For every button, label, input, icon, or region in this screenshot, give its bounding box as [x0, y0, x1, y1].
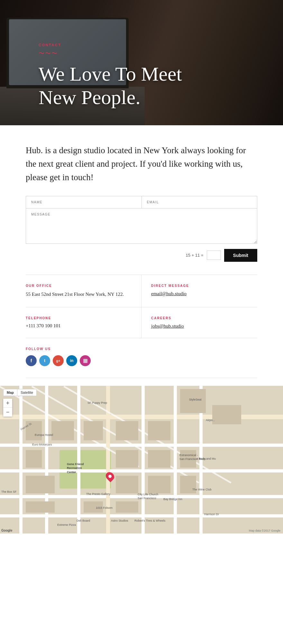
map-road-v1: [19, 386, 23, 534]
map-label-extreme-pizza: Extreme Pizza: [57, 523, 76, 526]
map-label-wine-club: The Wine Club: [192, 488, 212, 491]
map-label-sf-puppy-prep: SF Puppy Prep: [87, 401, 107, 404]
contact-form: 15 + 11 = Submit: [26, 196, 257, 262]
map-building-8: [148, 450, 170, 468]
map-label-body-and-mu: A Body and Mu: [196, 457, 216, 460]
captcha-input[interactable]: [207, 251, 221, 260]
map-label-bay-bridge-inn: Bay Bridge Inn: [163, 498, 182, 501]
careers-label: CAREERS: [151, 316, 257, 320]
map-section: Map Satellite + − SF Puppy Prep Europa H…: [0, 386, 283, 534]
google-plus-icon[interactable]: g+: [53, 355, 64, 366]
social-icons-row: f t g+ in ▦: [26, 355, 257, 366]
contact-info-grid: OUR OFFICE 55 East 52nd Street 21st Floo…: [26, 275, 257, 338]
linkedin-icon[interactable]: in: [66, 355, 77, 366]
map-pin-inner: [108, 474, 112, 479]
follow-label: FOLLOW US: [26, 347, 257, 351]
map-building-10: [26, 476, 55, 493]
intro-text: Hub. is a design studio located in New Y…: [26, 144, 257, 184]
map-label-city-life-church: City Life ChurchSan Francisco: [138, 492, 158, 500]
map-container[interactable]: Map Satellite + − SF Puppy Prep Europa H…: [0, 386, 283, 534]
map-road-v5: [142, 386, 145, 534]
map-footer: Map data ©2017 Google: [249, 529, 280, 532]
map-building-5: [148, 421, 170, 440]
map-road-v3: [77, 386, 80, 534]
instagram-icon[interactable]: ▦: [80, 355, 91, 366]
map-label-the-box-sf: The Box SF: [1, 490, 17, 493]
zoom-out-button[interactable]: −: [3, 408, 12, 417]
map-building-4: [116, 421, 138, 440]
map-pin: [106, 472, 114, 481]
map-label-deli-board: Deli Board: [77, 519, 90, 522]
map-building-18: [212, 405, 241, 424]
office-address: 55 East 52nd Street 21st Floor New York,…: [26, 291, 132, 298]
map-label-airpo: Airpo...: [206, 419, 215, 422]
map-building-12: [148, 476, 170, 493]
map-building-6: [26, 450, 42, 468]
map-building-3: [84, 421, 103, 440]
map-label-styleseat: StyleSeat: [189, 398, 202, 401]
map-label-harrison-dr: Harrison Dr: [204, 513, 219, 516]
follow-section: FOLLOW US f t g+ in ▦: [26, 338, 257, 378]
map-label-europa-hostel: Europa Hostel: [35, 433, 53, 437]
map-building-11: [116, 476, 138, 493]
map-type-satellite-button[interactable]: Satellite: [17, 389, 37, 396]
main-content: Hub. is a design studio located in New Y…: [26, 125, 257, 378]
squiggle-decoration: 〜〜〜: [39, 49, 182, 57]
hero-section: CONTACT 〜〜〜 We Love To Meet New People.: [0, 0, 283, 125]
telephone-block: TELEPHONE +111 370 100 101: [26, 307, 142, 338]
careers-block: CAREERS jobs@hub.studio: [142, 307, 257, 338]
captcha-label: 15 + 11 =: [186, 253, 204, 258]
direct-message-label: DIRECT MESSAGE: [151, 284, 257, 287]
direct-message-email[interactable]: email@hub.studio: [151, 291, 187, 296]
message-textarea[interactable]: [26, 208, 257, 244]
email-input[interactable]: [142, 196, 258, 208]
hero-content: CONTACT 〜〜〜 We Love To Meet New People.: [39, 43, 182, 109]
twitter-icon[interactable]: t: [39, 355, 50, 366]
hero-title-line2: New People.: [39, 86, 141, 108]
facebook-icon[interactable]: f: [26, 355, 37, 366]
map-label-roberts-tires: Robert's Tires & Wheels: [134, 519, 165, 522]
map-zoom-controls: + −: [3, 399, 12, 417]
map-google-logo: Google: [1, 529, 12, 532]
map-building-16: [116, 501, 138, 513]
office-label: OUR OFFICE: [26, 284, 132, 287]
divider-3: [26, 378, 257, 378]
map-building-7: [116, 450, 138, 468]
map-type-controls: Map Satellite: [3, 389, 37, 396]
map-building-14: [26, 501, 55, 513]
map-label-astro-studios: Astro Studios: [111, 519, 128, 522]
telephone-number: +111 370 100 101: [26, 323, 132, 329]
hero-title: We Love To Meet New People.: [39, 62, 182, 109]
map-type-map-button[interactable]: Map: [3, 389, 17, 396]
direct-message-block: DIRECT MESSAGE email@hub.studio: [142, 275, 257, 307]
form-name-email-row: [26, 196, 257, 208]
telephone-label: TELEPHONE: [26, 316, 132, 320]
form-submit-row: 15 + 11 = Submit: [26, 249, 257, 262]
hero-title-line1: We Love To Meet: [39, 63, 182, 85]
map-road-v4: [106, 386, 110, 534]
map-label-gene-friend: Gene FriendRecreationCenter: [67, 462, 84, 474]
map-road-v6: [174, 386, 177, 534]
submit-button[interactable]: Submit: [224, 249, 257, 262]
name-input[interactable]: [26, 196, 142, 208]
zoom-in-button[interactable]: +: [3, 399, 12, 408]
map-label-euro-motorcars: Euro Motorcars: [32, 443, 52, 446]
careers-email[interactable]: jobs@hub.studio: [151, 323, 184, 329]
map-label-folsom: 1015 Folsom: [96, 506, 113, 509]
map-label-presto-gallery: The Presto Gallery: [86, 492, 110, 496]
office-block: OUR OFFICE 55 East 52nd Street 21st Floo…: [26, 275, 142, 307]
contact-label: CONTACT: [39, 43, 182, 47]
map-building-2: [51, 421, 74, 440]
